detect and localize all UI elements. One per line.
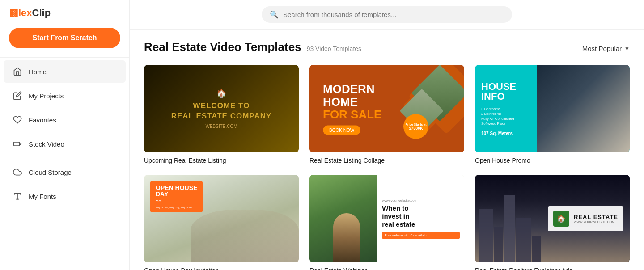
sidebar-item-label: Favorites [29,116,56,124]
logo-text: lexClip [18,7,51,19]
template-card-1[interactable]: 🏠 WELCOME TOREAL ESTATE COMPANY WEBSITE.… [144,65,299,164]
template-thumb-3: HOUSEINFO 3 Bedrooms 2 Bathrooms Fully A… [475,65,630,152]
main-content: 🔍 Real Estate Video Templates 93 Video T… [130,0,644,270]
fonts-icon [13,191,22,201]
content-area: Real Estate Video Templates 93 Video Tem… [130,30,644,270]
logo-area: ▩ lexClip [0,0,129,24]
house-small-icon: 🏠 [216,89,226,98]
sidebar-item-my-projects[interactable]: My Projects [4,84,126,107]
template-label-2: Real Estate Listing Collage [309,157,464,164]
template-card-4[interactable]: OPEN HOUSE DAY »» Any Street, Any City, … [144,175,299,270]
chevron-down-icon: ▼ [624,46,630,52]
price-badge: Price Starts at $7500K [403,114,428,139]
search-input[interactable] [283,11,504,18]
template-label-3: Open House Promo [475,157,630,164]
thumb-big-text: MODERNHOMEFOR SALE [323,83,381,121]
projects-icon [13,91,22,101]
thumb-title: WELCOME TOREAL ESTATE COMPANY [171,101,272,121]
nav-divider [0,57,129,58]
template-label-1: Upcoming Real Estate Listing [144,157,299,164]
sidebar-item-label: Stock Video [29,140,64,148]
template-label-6: Real Estate Realtors Explainer Ads [475,267,630,270]
search-icon: 🔍 [270,10,279,19]
template-card-6[interactable]: 🏠 REAL ESTATE WWW.YOURWEBSITE.COM Real E… [475,175,630,270]
home-icon [13,67,22,76]
template-card-3[interactable]: HOUSEINFO 3 Bedrooms 2 Bathrooms Fully A… [475,65,630,164]
svg-marker-1 [19,143,21,146]
page-title: Real Estate Video Templates [144,40,301,54]
sidebar-item-label: My Fonts [29,193,56,200]
page-header: Real Estate Video Templates 93 Video Tem… [144,40,630,54]
template-thumb-2: MODERNHOMEFOR SALE BOOK NOW Price Starts… [309,65,464,152]
template-thumb-1: 🏠 WELCOME TOREAL ESTATE COMPANY WEBSITE.… [144,65,299,152]
video-icon [13,139,22,149]
sidebar-item-label: My Projects [29,92,64,100]
template-card-5[interactable]: www.yourwebsite.com When toinvest inreal… [309,175,464,270]
search-container: 🔍 [262,6,512,23]
page-title-group: Real Estate Video Templates 93 Video Tem… [144,40,361,54]
sidebar: ▩ lexClip Start From Scratch Home My Pro… [0,0,130,270]
template-label-4: Open House Day Invitation [144,267,299,270]
nav-divider-2 [0,158,129,158]
sidebar-item-my-fonts[interactable]: My Fonts [4,185,126,207]
sidebar-item-stock-video[interactable]: Stock Video [4,133,126,155]
template-count: 93 Video Templates [307,45,361,52]
sort-dropdown[interactable]: Most Popular ▼ [582,45,630,52]
sidebar-item-cloud-storage[interactable]: Cloud Storage [4,161,126,183]
heart-icon [13,115,22,125]
svg-rect-0 [14,142,20,146]
template-label-5: Real Estate Webinar [309,267,464,270]
start-from-scratch-button[interactable]: Start From Scratch [9,28,120,48]
template-thumb-6: 🏠 REAL ESTATE WWW.YOURWEBSITE.COM [475,175,630,262]
book-now-button[interactable]: BOOK NOW [323,125,360,135]
thumb-2-content: MODERNHOMEFOR SALE BOOK NOW [316,76,389,142]
sort-label: Most Popular [582,45,622,52]
template-thumb-4: OPEN HOUSE DAY »» Any Street, Any City, … [144,175,299,262]
logo-f: ▩ [9,7,18,19]
sidebar-item-home[interactable]: Home [4,60,126,83]
template-grid: 🏠 WELCOME TOREAL ESTATE COMPANY WEBSITE.… [144,65,630,270]
cloud-icon [13,167,22,177]
sidebar-item-label: Cloud Storage [29,169,72,176]
sidebar-item-label: Home [29,68,47,76]
sidebar-item-favorites[interactable]: Favorites [4,109,126,131]
top-bar: 🔍 [130,0,644,30]
thumb-sub: WEBSITE.COM [205,124,237,129]
template-card-2[interactable]: MODERNHOMEFOR SALE BOOK NOW Price Starts… [309,65,464,164]
template-thumb-5: www.yourwebsite.com When toinvest inreal… [309,175,464,262]
